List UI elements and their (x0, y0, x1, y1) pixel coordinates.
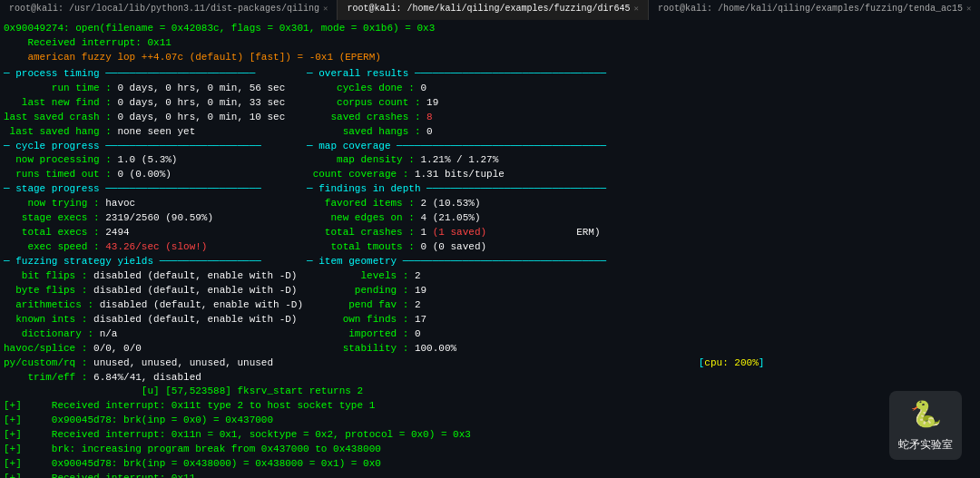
overall-results-header: ─ overall results ──────────────────────… (307, 67, 976, 82)
terminal-area: 0x90049274: open(filename = 0x42083c, fl… (0, 20, 980, 478)
tab-bar: root@kali: /usr/local/lib/python3.11/dis… (0, 0, 980, 20)
fuzzing-strategy-header: ─ fuzzing strategy yields ──────────────… (4, 255, 303, 269)
known-ints: known ints : disabled (default, enable w… (4, 313, 303, 327)
log3: [+] Received interrupt: 0x11n = 0x1, soc… (4, 428, 976, 443)
havoc-splice: havoc/splice : 0/0, 0/0 (4, 342, 303, 356)
now-processing: now processing : 1.0 (5.3%) (4, 153, 303, 168)
cycle-progress-header: ─ cycle progress ───────────────────────… (4, 140, 303, 154)
findings-header: ─ findings in depth ────────────────────… (307, 182, 976, 197)
watermark: 🐍 蛇矛实验室 (889, 391, 962, 460)
total-tmouts: total tmouts : 0 (0 saved) (307, 240, 976, 255)
new-edges-on: new edges on : 4 (21.05%) (307, 211, 976, 226)
saved-crashes: saved crashes : 8 (307, 111, 976, 125)
tab-2-label: root@kali: /home/kali/qiling/examples/fu… (347, 3, 630, 16)
levels: levels : 2 (307, 269, 976, 284)
bit-flips: bit flips : disabled (default, enable wi… (4, 269, 303, 284)
tab-1-close[interactable]: ✕ (323, 4, 328, 15)
log5: [+] 0x90045d78: brk(inp = 0x438000) = 0x… (4, 457, 976, 472)
total-crashes-line: total crashes : 1 (1 saved) ERM) (307, 226, 976, 240)
map-coverage-header: ─ map coverage ─────────────────────────… (307, 140, 976, 154)
total-execs: total execs : 2494 (4, 226, 303, 240)
tab-3-label: root@kali: /home/kali/qiling/examples/fu… (658, 3, 963, 16)
stage-progress-header: ─ stage progress ───────────────────────… (4, 182, 303, 197)
last-saved-crash: last saved crash : 0 days, 0 hrs, 0 min,… (4, 111, 303, 125)
left-stats: ─ process timing ───────────────────────… (4, 67, 303, 385)
tab-1-label: root@kali: /usr/local/lib/python3.11/dis… (9, 3, 319, 16)
saved-hangs: saved hangs : 0 (307, 125, 976, 140)
tab-1[interactable]: root@kali: /usr/local/lib/python3.11/dis… (0, 0, 338, 20)
trim-eff: trim/eff : 6.84%/41, disabled (4, 371, 303, 385)
watermark-icon: 🐍 (910, 398, 942, 435)
count-coverage: count coverage : 1.31 bits/tuple (307, 168, 976, 182)
run-time: run time : 0 days, 0 hrs, 0 min, 56 sec (4, 82, 303, 96)
watermark-text: 蛇矛实验室 (898, 437, 953, 453)
uline: [u] [57,523588] fksrv_start returns 2 (4, 385, 976, 399)
line-afl: american fuzzy lop ++4.07c (default) [fa… (4, 51, 976, 65)
log6: [+] Received interrupt: 0x11 (4, 472, 976, 478)
pend-fav: pend fav : 2 (307, 298, 976, 313)
tab-3-close[interactable]: ✕ (966, 4, 971, 15)
tab-3[interactable]: root@kali: /home/kali/qiling/examples/fu… (649, 0, 980, 20)
exec-speed: exec speed : 43.26/sec (slow!) (4, 240, 303, 255)
log4: [+] brk: increasing program break from 0… (4, 443, 976, 457)
favored-items: favored items : 2 (10.53%) (307, 197, 976, 211)
right-stats: ─ overall results ──────────────────────… (303, 67, 976, 385)
byte-flips: byte flips : disabled (default, enable w… (4, 284, 303, 298)
stage-execs: stage execs : 2319/2560 (90.59%) (4, 211, 303, 226)
imported: imported : 0 (307, 327, 976, 342)
line-cmd1: 0x90049274: open(filename = 0x42083c, fl… (4, 22, 976, 36)
map-density: map density : 1.21% / 1.27% (307, 153, 976, 168)
last-new-find: last new find : 0 days, 0 hrs, 0 min, 33… (4, 96, 303, 111)
own-finds: own finds : 17 (307, 313, 976, 327)
cycles-done: cycles done : 0 (307, 82, 976, 96)
item-geometry-header: ─ item geometry ────────────────────────… (307, 255, 976, 269)
cpu-line: [cpu: 200%] (307, 356, 976, 371)
stats-block: ─ process timing ───────────────────────… (4, 67, 976, 385)
py-custom: py/custom/rq : unused, unused, unused, u… (4, 356, 303, 371)
dictionary: dictionary : n/a (4, 327, 303, 342)
corpus-count: corpus count : 19 (307, 96, 976, 111)
tab-2-close[interactable]: ✕ (634, 4, 639, 15)
log2: [+] 0x90045d78: brk(inp = 0x0) = 0x43700… (4, 414, 976, 428)
process-timing-header: ─ process timing ───────────────────────… (4, 67, 303, 82)
stability: stability : 100.00% (307, 342, 976, 356)
last-saved-hang: last saved hang : none seen yet (4, 125, 303, 140)
arithmetics: arithmetics : disabled (default, enable … (4, 298, 303, 313)
line-cmd2: Received interrupt: 0x11 (4, 36, 976, 51)
pending: pending : 19 (307, 284, 976, 298)
tab-2[interactable]: root@kali: /home/kali/qiling/examples/fu… (338, 0, 648, 20)
runs-timed-out: runs timed out : 0 (0.00%) (4, 168, 303, 182)
now-trying: now trying : havoc (4, 197, 303, 211)
log1: [+] Received interrupt: 0x11t type 2 to … (4, 399, 976, 414)
